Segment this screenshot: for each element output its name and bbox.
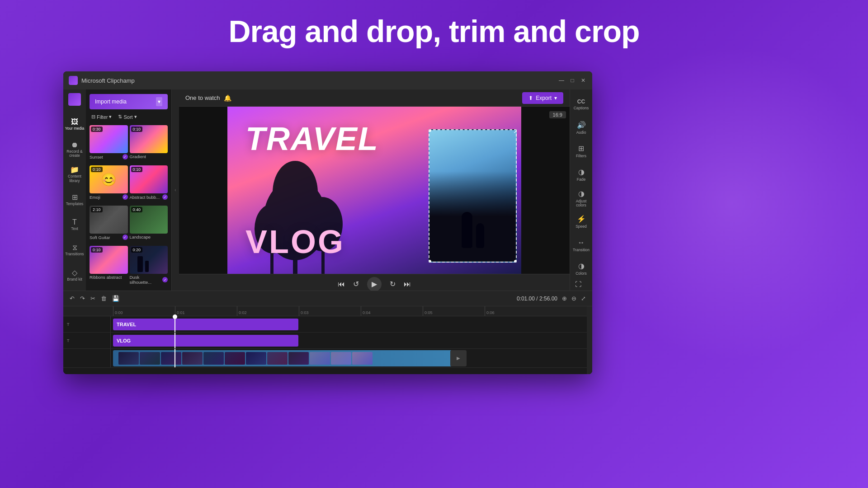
adjust-colors-button[interactable]: ◑ Adjust colors: [571, 187, 592, 210]
check-abstract: ✓: [162, 194, 168, 200]
bg-orb-right: [574, 45, 868, 361]
corner-handle-tl[interactable]: [429, 129, 431, 132]
timeline: ↶ ↷ ✂ 🗑 💾 0:01.00 / 2:56.00 ⊕ ⊖ ⤢: [63, 291, 592, 374]
thumb-gradient[interactable]: 0:10: [130, 125, 168, 153]
clip-travel[interactable]: TRAVEL: [113, 319, 298, 330]
transition-button[interactable]: ↔ Transition: [571, 234, 592, 257]
film-frame-1: [118, 352, 139, 365]
list-item[interactable]: 0:10 Ribbons abstract: [90, 246, 128, 289]
ruler-mark-0: 0:00: [113, 306, 123, 316]
colors-label: Colors: [576, 272, 587, 276]
video-thumb-end: ▶: [450, 350, 467, 366]
transition-label: Transition: [573, 248, 590, 252]
fade-button[interactable]: ◑ Fade: [571, 164, 592, 186]
list-item[interactable]: 0:40 Landscape: [130, 206, 168, 244]
playback-controls: ⏮ ↺ ▶ ↻ ⏭ ⛶: [179, 274, 570, 291]
import-media-button[interactable]: Import media ▾: [90, 94, 168, 109]
resize-handle[interactable]: ↗: [513, 129, 517, 135]
list-item[interactable]: 0:10 Abstract bubb... ✓: [130, 165, 168, 204]
minimize-button[interactable]: —: [558, 77, 565, 84]
timeline-scrollbar[interactable]: [587, 306, 592, 374]
thumb-sunset[interactable]: 0:30: [90, 125, 128, 153]
label-soft-guitar: Soft Guitar ✓: [90, 235, 128, 240]
film-frame-11: [331, 352, 351, 365]
list-item[interactable]: 2:10 Soft Guitar ✓: [90, 206, 128, 244]
filters-button[interactable]: ⊞ Filters: [571, 140, 592, 163]
preview-area: One to watch 🔔 ⬆ Export ▾: [179, 89, 570, 291]
sidebar-item-templates[interactable]: ⊞ Templates: [64, 188, 85, 212]
forward-5-button[interactable]: ↻: [390, 280, 396, 288]
audio-icon: 🔊: [577, 121, 586, 129]
save-button[interactable]: 💾: [111, 294, 120, 303]
sidebar-item-content-library[interactable]: 📁 Content library: [64, 163, 85, 187]
redo-button[interactable]: ↷: [79, 294, 86, 303]
ruler-mark-1: 0:01: [175, 306, 185, 316]
skip-back-button[interactable]: ⏮: [338, 280, 345, 288]
corner-handle-br[interactable]: [514, 260, 517, 263]
thumb-abstract[interactable]: 0:10: [130, 165, 168, 193]
sidebar-item-your-media[interactable]: 🖼 Your media: [64, 113, 85, 136]
fullscreen-button[interactable]: ⛶: [575, 281, 581, 288]
speed-label: Speed: [576, 225, 587, 229]
ruler-mark-6: 0:06: [485, 306, 495, 316]
export-button[interactable]: ⬆ Export ▾: [522, 92, 563, 104]
speed-button[interactable]: ⚡ Speed: [571, 211, 592, 233]
play-button[interactable]: ▶: [367, 277, 382, 291]
thumb-ribbons[interactable]: 0:10: [90, 246, 128, 274]
figure-tall: [462, 212, 472, 248]
playhead-handle[interactable]: [173, 314, 177, 319]
filter-button[interactable]: ⊟ Filter ▾: [90, 113, 113, 121]
thumb-emoji[interactable]: 😊 0:10: [90, 165, 128, 193]
app-title: Microsoft Clipchamp: [81, 77, 558, 84]
audio-button[interactable]: 🔊 Audio: [571, 117, 592, 139]
thumb-soft-guitar[interactable]: 2:10: [90, 206, 128, 234]
sidebar-item-text[interactable]: T Text: [64, 213, 85, 237]
list-item[interactable]: 0:20 Dusk silhouette... ✓: [130, 246, 168, 289]
clip-video[interactable]: [113, 350, 452, 366]
label-gradient: Gradient: [130, 154, 168, 159]
collapse-handle[interactable]: ‹: [172, 89, 179, 291]
close-button[interactable]: ✕: [580, 77, 587, 84]
film-frame-7: [246, 352, 266, 365]
sidebar-label-templates: Templates: [66, 202, 84, 206]
overlay-clip[interactable]: ↗: [429, 129, 517, 263]
speed-icon: ⚡: [577, 215, 586, 223]
aspect-ratio-badge: 16:9: [549, 110, 566, 118]
import-dropdown-arrow[interactable]: ▾: [156, 97, 162, 106]
timeline-tracks-wrapper: 0:00 0:01 0:02 0:03 0:04: [63, 306, 587, 374]
playhead[interactable]: [175, 316, 175, 332]
video-text-vlog: VLOG: [245, 223, 345, 260]
list-item[interactable]: 😊 0:10 Emoji ✓: [90, 165, 128, 204]
maximize-button[interactable]: □: [569, 77, 576, 84]
duration-sunset: 0:30: [91, 127, 103, 132]
sidebar-item-record-create[interactable]: ⏺ Record & create: [64, 138, 85, 161]
fit-button[interactable]: ⤢: [580, 294, 587, 303]
sort-button[interactable]: ⇅ Sort ▾: [116, 113, 138, 121]
label-abstract: Abstract bubb... ✓: [130, 194, 168, 200]
film-frame-8: [267, 352, 288, 365]
transition-icon: ↔: [578, 239, 585, 247]
undo-button[interactable]: ↶: [69, 294, 75, 303]
colors-button[interactable]: ◑ Colors: [571, 258, 592, 280]
app-icon: [69, 76, 78, 85]
list-item[interactable]: 0:30 Sunset ✓: [90, 125, 128, 164]
replay-5-button[interactable]: ↺: [353, 280, 359, 288]
cut-button[interactable]: ✂: [90, 294, 96, 303]
zoom-in-button[interactable]: ⊕: [561, 294, 568, 303]
sidebar-item-brand-kit[interactable]: ◇ Brand kit: [64, 263, 85, 287]
corner-handle-bl[interactable]: [429, 260, 431, 263]
skip-forward-button[interactable]: ⏭: [404, 280, 411, 288]
sidebar-item-transitions[interactable]: ⧖ Transitions: [64, 239, 85, 262]
delete-button[interactable]: 🗑: [100, 294, 108, 303]
thumb-landscape[interactable]: 0:40: [130, 206, 168, 234]
captions-button[interactable]: CC Captions: [571, 93, 592, 116]
preview-info-icon[interactable]: 🔔: [224, 94, 231, 102]
ruler-mark-2: 0:02: [237, 306, 247, 316]
filters-icon: ⊞: [578, 144, 584, 153]
list-item[interactable]: 0:10 Gradient: [130, 125, 168, 164]
clip-vlog[interactable]: VLOG: [113, 335, 298, 347]
label-sunset: Sunset ✓: [90, 154, 128, 160]
zoom-out-button[interactable]: ⊖: [571, 294, 577, 303]
filmstrip: [117, 350, 448, 366]
thumb-dusk[interactable]: 0:20: [130, 246, 168, 274]
